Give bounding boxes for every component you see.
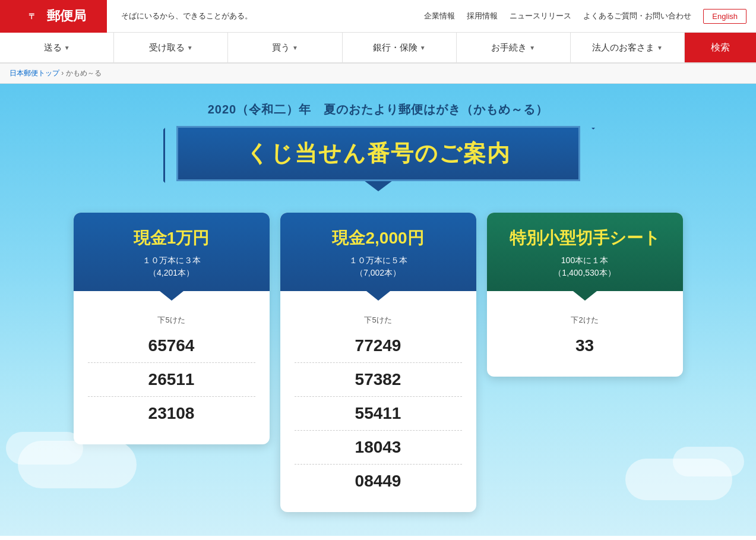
number-1-1: 65764 <box>88 329 255 363</box>
logo-text: 郵便局 <box>47 7 86 25</box>
card-subtitle-1a: １０万本に３本 <box>83 254 260 267</box>
corporate-link[interactable]: 企業情報 <box>424 11 455 21</box>
header: 〒 郵便局 そばにいるから、できることがある。 企業情報 採用情報 ニュースリリ… <box>0 0 756 33</box>
prize-cards: 現金1万円 １０万本に３本 （4,201本） 下5けた 65764 26511 … <box>52 213 705 512</box>
card-arrow-icon-3 <box>573 291 597 301</box>
breadcrumb-separator: › <box>61 69 64 77</box>
nav-bank[interactable]: 銀行・保険 ▼ <box>343 33 457 62</box>
chevron-down-icon: ▼ <box>657 45 663 51</box>
search-button[interactable]: 検索 <box>685 33 756 62</box>
nav-bar: 送る ▼ 受け取る ▼ 買う ▼ 銀行・保険 ▼ お手続き ▼ 法人のお客さま … <box>0 33 756 64</box>
card-subtitle-2a: １０万本に５本 <box>290 254 467 267</box>
card-arrow-icon-1 <box>160 291 184 301</box>
tagline: そばにいるから、できることがある。 <box>107 11 424 21</box>
nav-send[interactable]: 送る ▼ <box>0 33 114 62</box>
chevron-down-icon: ▼ <box>187 45 193 51</box>
logo-area[interactable]: 〒 郵便局 <box>0 0 107 33</box>
nav-receive[interactable]: 受け取る ▼ <box>114 33 228 62</box>
prize-card-3: 特別小型切手シート 100本に１本 （1,400,530本） 下2けた 33 <box>487 213 683 377</box>
digit-label-2: 下5けた <box>295 315 462 326</box>
number-2-2: 57382 <box>295 363 462 397</box>
nav-procedure[interactable]: お手続き ▼ <box>457 33 571 62</box>
digit-label-1: 下5けた <box>88 315 255 326</box>
number-1-2: 26511 <box>88 363 255 397</box>
breadcrumb-top-link[interactable]: 日本郵便トップ <box>10 69 59 77</box>
ribbon-triangle-icon <box>364 181 393 191</box>
breadcrumb: 日本郵便トップ › かもめ～る <box>0 64 756 84</box>
nav-corporate[interactable]: 法人のお客さま ▼ <box>571 33 685 62</box>
news-link[interactable]: ニュースリリース <box>510 11 571 21</box>
card-header-1: 現金1万円 １０万本に３本 （4,201本） <box>74 213 270 291</box>
card-header-2: 現金2,000円 １０万本に５本 （7,002本） <box>280 213 476 291</box>
card-body-2: 下5けた 77249 57382 55411 18043 08449 <box>280 301 476 512</box>
english-button[interactable]: English <box>703 9 746 24</box>
card-subtitle-2b: （7,002本） <box>290 267 467 279</box>
page-subtitle: 2020（令和二）年 夏のおたより郵便はがき（かもめ～る） <box>208 102 549 118</box>
nav-buy[interactable]: 買う ▼ <box>228 33 342 62</box>
chevron-down-icon: ▼ <box>64 45 70 51</box>
ribbon-main: くじ当せん番号のご案内 <box>176 126 580 181</box>
card-arrow-icon-2 <box>366 291 390 301</box>
card-title-1: 現金1万円 <box>83 227 260 250</box>
number-3-1: 33 <box>501 329 669 362</box>
card-title-3: 特別小型切手シート <box>496 227 673 250</box>
ribbon-bottom <box>176 181 580 191</box>
banner-text: くじ当せん番号のご案内 <box>246 141 511 166</box>
chevron-down-icon: ▼ <box>420 45 426 51</box>
card-title-2: 現金2,000円 <box>290 227 467 250</box>
card-subtitle-1b: （4,201本） <box>83 267 260 279</box>
card-header-3: 特別小型切手シート 100本に１本 （1,400,530本） <box>487 213 683 291</box>
breadcrumb-current: かもめ～る <box>66 69 102 77</box>
number-1-3: 23108 <box>88 397 255 430</box>
card-body-1: 下5けた 65764 26511 23108 <box>74 301 270 444</box>
card-body-3: 下2けた 33 <box>487 301 683 377</box>
number-2-1: 77249 <box>295 329 462 363</box>
svg-text:〒: 〒 <box>29 12 36 21</box>
chevron-down-icon: ▼ <box>292 45 298 51</box>
recruitment-link[interactable]: 採用情報 <box>467 11 498 21</box>
card-subtitle-3a: 100本に１本 <box>496 254 673 267</box>
cloud-right2 <box>673 447 744 476</box>
header-links: 企業情報 採用情報 ニュースリリース よくあるご質問・お問い合わせ Englis… <box>424 9 756 24</box>
ribbon-banner: くじ当せん番号のご案内 <box>176 126 580 191</box>
digit-label-3: 下2けた <box>501 315 669 326</box>
faq-link[interactable]: よくあるご質問・お問い合わせ <box>583 11 691 21</box>
prize-card-1: 現金1万円 １０万本に３本 （4,201本） 下5けた 65764 26511 … <box>74 213 270 444</box>
prize-card-2: 現金2,000円 １０万本に５本 （7,002本） 下5けた 77249 573… <box>280 213 476 512</box>
main-content: 2020（令和二）年 夏のおたより郵便はがき（かもめ～る） くじ当せん番号のご案… <box>0 84 756 536</box>
jp-post-icon: 〒 <box>21 5 43 27</box>
cloud-left2 <box>6 432 83 465</box>
number-2-5: 08449 <box>295 465 462 498</box>
card-subtitle-3b: （1,400,530本） <box>496 267 673 279</box>
logo-inner: 〒 郵便局 <box>21 5 86 27</box>
number-2-3: 55411 <box>295 397 462 431</box>
chevron-down-icon: ▼ <box>529 45 535 51</box>
number-2-4: 18043 <box>295 431 462 465</box>
